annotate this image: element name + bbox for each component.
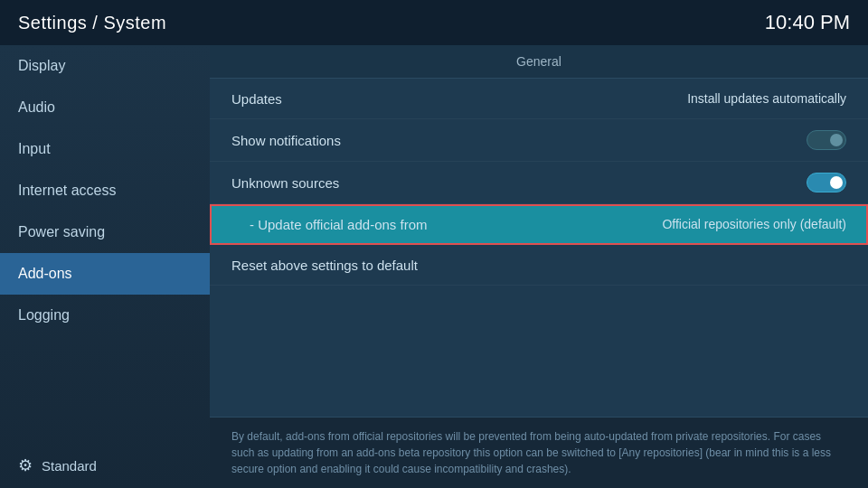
gear-icon: ⚙: [18, 455, 33, 475]
setting-label-update-official-addons: - Update official add-ons from: [231, 217, 428, 232]
setting-value-update-official-addons: Official repositories only (default): [662, 217, 846, 231]
setting-row-unknown-sources[interactable]: Unknown sources: [210, 162, 868, 204]
sidebar-footer: ⚙ Standard: [0, 443, 210, 488]
content-area: General Updates Install updates automati…: [210, 45, 868, 488]
setting-row-show-notifications[interactable]: Show notifications: [210, 119, 868, 162]
sidebar-item-internet-access[interactable]: Internet access: [0, 170, 210, 211]
setting-label-show-notifications: Show notifications: [231, 133, 341, 148]
sidebar-item-audio[interactable]: Audio: [0, 87, 210, 128]
footer-description: By default, add-ons from official reposi…: [210, 417, 868, 488]
settings-list: Updates Install updates automatically Sh…: [210, 79, 868, 417]
page-title: Settings / System: [18, 13, 166, 33]
sidebar-item-power-saving[interactable]: Power saving: [0, 211, 210, 253]
section-header: General: [210, 45, 868, 79]
setting-row-updates[interactable]: Updates Install updates automatically: [210, 79, 868, 119]
sidebar: Display Audio Input Internet access Powe…: [0, 45, 210, 488]
sidebar-item-input[interactable]: Input: [0, 128, 210, 170]
setting-value-updates: Install updates automatically: [687, 91, 846, 106]
setting-label-unknown-sources: Unknown sources: [231, 175, 339, 191]
setting-label-reset-settings: Reset above settings to default: [231, 258, 418, 273]
toggle-show-notifications[interactable]: [807, 130, 846, 150]
standard-label: Standard: [42, 458, 97, 474]
sidebar-item-add-ons[interactable]: Add-ons: [0, 253, 210, 295]
clock: 10:40 PM: [765, 11, 850, 34]
setting-row-update-official-addons[interactable]: - Update official add-ons from Official …: [210, 204, 868, 245]
sidebar-item-display[interactable]: Display: [0, 45, 210, 87]
sidebar-item-logging[interactable]: Logging: [0, 295, 210, 336]
setting-row-reset-settings[interactable]: Reset above settings to default: [210, 245, 868, 286]
toggle-unknown-sources[interactable]: [807, 173, 846, 192]
setting-label-updates: Updates: [231, 91, 282, 107]
header: Settings / System 10:40 PM: [0, 0, 868, 45]
main-layout: Display Audio Input Internet access Powe…: [0, 45, 868, 488]
